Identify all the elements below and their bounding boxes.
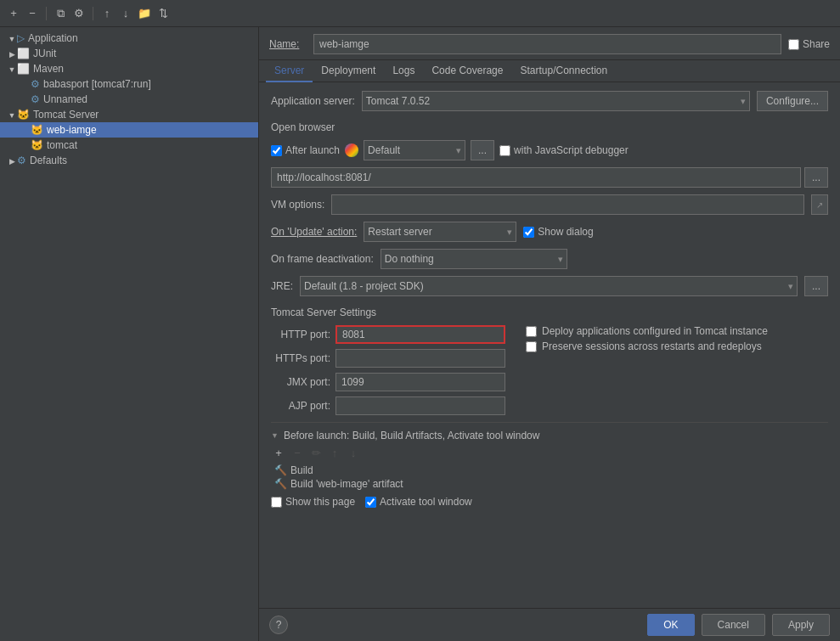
name-input[interactable] — [313, 34, 781, 54]
sort-btn[interactable]: ⇅ — [156, 7, 170, 20]
ajp-port-input[interactable] — [335, 396, 505, 415]
before-launch-add-btn[interactable]: + — [271, 445, 286, 460]
ok-btn[interactable]: OK — [647, 614, 694, 636]
build-icon-0: 🔨 — [274, 464, 287, 476]
help-btn[interactable]: ? — [269, 616, 288, 634]
browser-select[interactable]: Default — [364, 140, 465, 160]
on-update-row: On 'Update' action: Restart server Show … — [271, 222, 828, 242]
http-port-input[interactable] — [335, 325, 505, 344]
url-more-btn[interactable]: ... — [804, 167, 828, 188]
before-launch-up-btn[interactable]: ↑ — [327, 445, 342, 460]
url-row: ... — [271, 167, 828, 188]
https-port-label: HTTPs port: — [271, 352, 330, 364]
build-item-1: 🔨 Build 'web-image' artifact — [271, 477, 828, 491]
jre-label: JRE: — [271, 280, 293, 292]
vm-options-input[interactable] — [331, 194, 804, 215]
preserve-sessions-checkbox[interactable] — [526, 341, 537, 352]
on-update-select[interactable]: Restart server — [364, 222, 516, 242]
http-port-row: HTTP port: — [271, 325, 505, 344]
tab-deployment[interactable]: Deployment — [313, 60, 384, 82]
preserve-sessions-row: Preserve sessions across restarts and re… — [526, 340, 768, 352]
ports-column: HTTP port: HTTPs port: JMX port: — [271, 325, 505, 415]
apply-btn[interactable]: Apply — [772, 614, 830, 636]
tree-item-maven[interactable]: ⬜ Maven — [0, 61, 258, 76]
on-frame-row: On frame deactivation: Do nothing — [271, 249, 828, 269]
show-page-row: Show this page Activate tool window — [271, 496, 828, 508]
vm-options-row: VM options: ↗ — [271, 194, 828, 215]
before-launch-arrow: ▼ — [271, 431, 279, 440]
after-launch-checkbox[interactable] — [271, 145, 282, 156]
before-launch-section: ▼ Before launch: Build, Build Artifacts,… — [271, 422, 828, 508]
build-label-0: Build — [290, 464, 313, 476]
down-btn[interactable]: ↓ — [119, 7, 132, 20]
settings-btn[interactable]: ⚙ — [72, 7, 86, 20]
js-debugger-checkbox[interactable] — [499, 145, 510, 156]
share-area: Share — [788, 38, 830, 50]
tree-item-tomcat-server[interactable]: 🐱 Tomcat Server — [0, 107, 258, 122]
tomcat-server-icon: 🐱 — [17, 109, 30, 121]
activate-tool-label: Activate tool window — [380, 496, 472, 508]
browser-icon — [345, 143, 358, 157]
before-launch-down-btn[interactable]: ↓ — [346, 445, 361, 460]
toolbar-sep-2 — [93, 7, 93, 20]
app-server-select[interactable]: Tomcat 7.0.52 — [362, 91, 750, 111]
tomcat-ports-area: HTTP port: HTTPs port: JMX port: — [271, 325, 828, 415]
tree-item-unnamed[interactable]: ⚙ Unnamed — [0, 92, 258, 107]
share-checkbox[interactable] — [788, 39, 799, 50]
copy-config-btn[interactable]: ⧉ — [54, 7, 67, 20]
on-frame-label: On frame deactivation: — [271, 253, 374, 265]
after-launch-wrap: After launch — [271, 144, 340, 156]
vm-expand-btn[interactable]: ↗ — [811, 194, 828, 215]
jmx-port-input[interactable] — [335, 373, 505, 391]
right-panel: Name: Share Server Deployment Logs Code … — [259, 27, 840, 641]
https-port-input[interactable] — [335, 349, 505, 368]
build-item-0: 🔨 Build — [271, 464, 828, 477]
tree-label-junit: JUnit — [33, 48, 56, 59]
browser-more-btn[interactable]: ... — [471, 140, 494, 160]
tree-item-web-iamge[interactable]: 🐱 web-iamge — [0, 122, 258, 138]
cancel-btn[interactable]: Cancel — [702, 614, 765, 636]
tab-logs[interactable]: Logs — [384, 60, 423, 82]
tree-item-junit[interactable]: ⬜ JUnit — [0, 46, 258, 61]
jre-more-btn[interactable]: ... — [804, 276, 828, 296]
url-input[interactable] — [271, 167, 801, 188]
on-frame-select[interactable]: Do nothing — [381, 249, 567, 269]
tree-item-defaults[interactable]: ⚙ Defaults — [0, 153, 258, 168]
up-btn[interactable]: ↑ — [100, 7, 114, 20]
app-icon: ▷ — [17, 32, 25, 44]
jre-select[interactable]: Default (1.8 - project SDK) — [300, 276, 798, 296]
before-launch-remove-btn[interactable]: − — [290, 445, 305, 460]
deploy-tomcat-checkbox[interactable] — [526, 326, 537, 337]
bottom-left: ? — [269, 616, 640, 634]
show-dialog-wrap: Show dialog — [523, 226, 593, 238]
show-page-checkbox[interactable] — [271, 497, 282, 508]
tree-label-unnamed: Unnamed — [43, 93, 87, 105]
before-launch-actions: + − ✏ ↑ ↓ — [271, 445, 828, 460]
remove-config-btn[interactable]: − — [25, 7, 39, 20]
add-config-btn[interactable]: + — [7, 7, 20, 20]
browser-select-wrapper: Default — [364, 140, 465, 160]
folder-btn[interactable]: 📁 — [138, 7, 151, 20]
name-label: Name: — [269, 38, 307, 50]
tree-item-tomcat[interactable]: 🐱 tomcat — [0, 138, 258, 153]
js-debugger-label: with JavaScript debugger — [514, 144, 629, 156]
tree-item-application[interactable]: ▷ Application — [0, 31, 258, 46]
tomcat-icon: 🐱 — [31, 139, 43, 151]
tree-label-babasport: babasport [tomcat7:run] — [43, 78, 151, 90]
tabs-bar: Server Deployment Logs Code Coverage Sta… — [259, 60, 840, 82]
ajp-port-label: AJP port: — [271, 400, 330, 412]
tab-startup[interactable]: Startup/Connection — [511, 60, 616, 82]
deploy-tomcat-label: Deploy applications configured in Tomcat… — [542, 325, 768, 337]
gear-icon-babasport: ⚙ — [31, 78, 40, 90]
tree-item-babasport[interactable]: ⚙ babasport [tomcat7:run] — [0, 76, 258, 92]
arrow-junit — [7, 49, 17, 59]
before-launch-title: Before launch: Build, Build Artifacts, A… — [284, 430, 540, 441]
after-launch-label: After launch — [285, 144, 340, 156]
tab-code-coverage[interactable]: Code Coverage — [423, 60, 511, 82]
activate-tool-checkbox[interactable] — [365, 497, 376, 508]
tab-server[interactable]: Server — [266, 60, 313, 82]
configure-btn[interactable]: Configure... — [757, 91, 828, 111]
show-dialog-checkbox[interactable] — [523, 227, 534, 238]
config-tree: ▷ Application ⬜ JUnit ⬜ Maven ⚙ — [0, 27, 258, 641]
before-launch-edit-btn[interactable]: ✏ — [308, 445, 324, 460]
